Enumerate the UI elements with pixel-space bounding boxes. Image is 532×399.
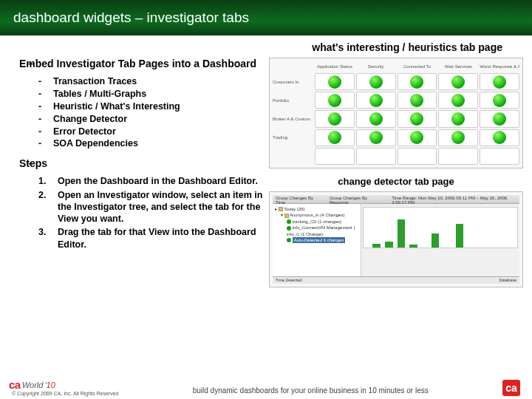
slide-title: dashboard widgets – investigator tabs xyxy=(0,0,532,35)
tab[interactable]: Group Changes By Resource xyxy=(330,196,381,202)
folder-icon xyxy=(284,214,289,218)
heuristics-screenshot: Application Status Security Connected To… xyxy=(269,58,523,168)
status-dot-icon xyxy=(451,131,465,144)
tab-bar: Group Changes By Time Group Changes By R… xyxy=(273,195,519,204)
status-grid: Application Status Security Connected To… xyxy=(273,61,519,165)
list-item: Tables / Multi-Graphs xyxy=(38,88,263,100)
steps-list: 1.Open the Dashboard in the Dashboard Ed… xyxy=(38,175,263,250)
tab[interactable]: Group Changes By Time xyxy=(276,196,319,202)
status-bar: Time Detected Database xyxy=(273,276,519,284)
status-dot-icon xyxy=(328,131,341,144)
section-steps: – Steps 1.Open the Dashboard in the Dash… xyxy=(19,157,263,250)
subhead-label: what's interesting / heuristics tab page xyxy=(0,35,532,58)
status-dot-icon xyxy=(410,75,423,89)
col-head: Web Services xyxy=(438,64,478,69)
status-dot-icon xyxy=(369,94,383,107)
status-dot-icon xyxy=(410,94,423,107)
slide-footer: ca World '10 © Copyright 2009 CA, Inc. A… xyxy=(0,377,532,396)
status-dot-icon xyxy=(493,131,506,144)
row-head: Portfolio xyxy=(273,98,313,103)
status-dot-icon xyxy=(328,75,341,89)
ca-logo-icon: ca xyxy=(502,380,520,396)
content-columns: – Embed Investigator Tab Pages into a Da… xyxy=(0,58,532,287)
dash-bullet: – xyxy=(28,58,33,69)
tree-node[interactable]: Auto-Detected 6 changes xyxy=(275,237,358,243)
section-embed: – Embed Investigator Tab Pages into a Da… xyxy=(19,58,263,150)
step-item: 1.Open the Dashboard in the Dashboard Ed… xyxy=(38,175,263,187)
row-head: Broker A & Custom xyxy=(273,117,313,121)
row-head: Customers In xyxy=(273,80,313,84)
caworld-logo: ca World '10 xyxy=(9,378,118,391)
tree-node[interactable]: info_ConnectVM Management | info_C (1 Ch… xyxy=(275,225,358,237)
status-dot-icon xyxy=(493,75,506,89)
left-column: – Embed Investigator Tab Pages into a Da… xyxy=(19,58,263,287)
selected-node: Auto-Detected 6 changes xyxy=(293,237,346,243)
step-item: 3.Drag the tab for that View into the Da… xyxy=(38,226,263,250)
dash-bullet: – xyxy=(28,157,33,168)
status-dot-icon xyxy=(287,238,291,242)
status-dot-icon xyxy=(410,112,423,126)
list-item: Error Detector xyxy=(38,126,263,138)
status-dot-icon xyxy=(451,112,465,126)
change-chart xyxy=(363,207,518,248)
row-head: Trading xyxy=(273,135,313,140)
status-dot-icon xyxy=(328,112,341,126)
status-dot-icon xyxy=(451,94,465,107)
list-item: Heuristic / What's Interesting xyxy=(38,100,263,113)
col-head: Connected To xyxy=(398,64,437,69)
time-range-label: Time Range: Mon May 20, 2006 05:11 PM – … xyxy=(392,196,516,202)
footer-tagline: build dynamic dashboards for your online… xyxy=(193,386,429,396)
footer-left: ca World '10 © Copyright 2009 CA, Inc. A… xyxy=(9,378,118,396)
status-dot-icon xyxy=(369,112,383,126)
logo-ca-text: ca xyxy=(9,378,21,391)
list-item: SOA Dependencies xyxy=(38,137,263,150)
logo-year-text: '10 xyxy=(44,381,55,389)
step-text: Open an Investigator window, select an i… xyxy=(58,190,262,225)
step-item: 2.Open an Investigator window, select an… xyxy=(38,189,263,225)
step-text: Open the Dashboard in the Dashboard Edit… xyxy=(58,176,258,186)
col-head: Security xyxy=(356,64,396,69)
section-heading-2: Steps xyxy=(30,157,263,169)
status-dot-icon xyxy=(493,112,506,126)
status-dot-icon xyxy=(369,131,383,144)
folder-icon xyxy=(279,207,283,211)
status-dot-icon xyxy=(287,219,291,224)
status-dot-icon xyxy=(451,75,465,89)
status-right: Database xyxy=(499,278,516,283)
status-dot-icon xyxy=(287,226,291,231)
tree-node[interactable]: ▾ Anonymous_in (4 Changes) xyxy=(275,212,358,218)
investigator-tree[interactable]: ▸ Today (25) ▾ Anonymous_in (4 Changes) … xyxy=(273,204,361,276)
logo-world-text: World xyxy=(22,381,44,389)
list-item: Transaction Traces xyxy=(38,75,263,88)
change-detector-screenshot: Group Changes By Time Group Changes By R… xyxy=(269,191,523,287)
caption-change-detector: change detector tab page xyxy=(269,176,523,187)
col-head: Worst Response & All HTTP Avg xyxy=(480,64,519,69)
status-left: Time Detected xyxy=(276,278,302,283)
tree-node[interactable]: ▸ Today (25) xyxy=(275,206,358,212)
step-text: Drag the tab for that View into the Dash… xyxy=(58,227,256,249)
status-dot-icon xyxy=(410,131,423,144)
status-dot-icon xyxy=(493,94,506,107)
detail-panel xyxy=(361,204,519,276)
list-item: Change Detector xyxy=(38,113,263,126)
col-head: Application Status xyxy=(315,64,355,69)
section-heading-1: Embed Investigator Tab Pages into a Dash… xyxy=(30,58,263,69)
status-dot-icon xyxy=(369,75,383,89)
copyright: © Copyright 2009 CA, Inc. All Rights Res… xyxy=(12,391,118,396)
status-dot-icon xyxy=(328,94,341,107)
tree-node[interactable]: tracking_CD (1 changes) xyxy=(275,219,358,225)
feature-list: Transaction Traces Tables / Multi-Graphs… xyxy=(38,75,263,150)
right-column: Application Status Security Connected To… xyxy=(269,58,523,287)
